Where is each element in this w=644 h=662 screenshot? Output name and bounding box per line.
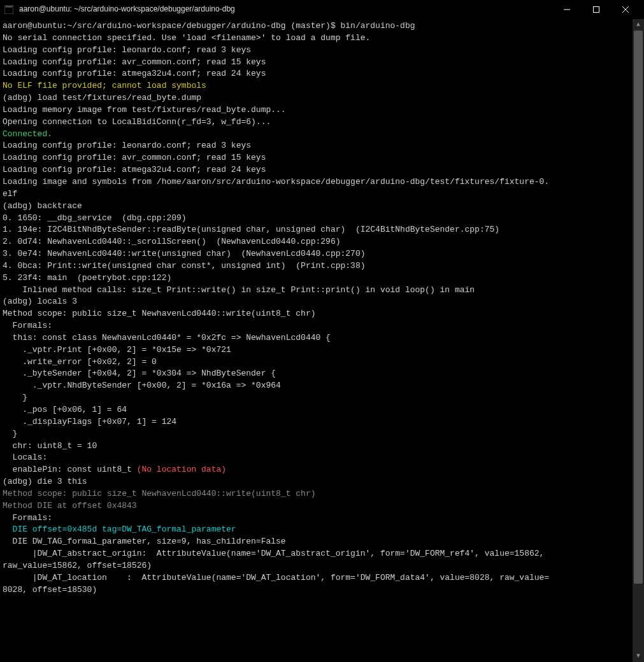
svg-rect-1: [6, 6, 13, 8]
terminal-line: ._vptr.NhdByteSender [+0x00, 2] = *0x16a…: [3, 380, 630, 392]
terminal-line: Opening connection to LocalBidiConn(r_fd…: [3, 116, 630, 129]
terminal-line: 0. 1650: __dbg_service (dbg.cpp:209): [3, 213, 630, 225]
terminal-line: aaron@ubuntu:~/src/arduino-workspace/deb…: [3, 20, 630, 32]
terminal-line: Loading config profile: atmega32u4.conf;…: [3, 164, 630, 176]
terminal-line: Loading config profile: avr_common.conf;…: [3, 57, 630, 69]
terminal-line: DIE DW_TAG_formal_parameter, size=9, has…: [3, 536, 630, 548]
window-controls: [552, 0, 640, 19]
terminal-line: Method scope: public size_t NewhavenLcd0…: [3, 488, 630, 500]
terminal-line: DIE offset=0x485d tag=DW_TAG_formal_para…: [3, 524, 630, 536]
terminal-line: chr: uint8_t = 10: [3, 440, 630, 453]
terminal-line: 5. 23f4: main (poetrybot.cpp:122): [3, 272, 630, 285]
terminal-line: ._byteSender [+0x04, 2] = *0x304 => NhdB…: [3, 368, 630, 380]
terminal-content[interactable]: aaron@ubuntu:~/src/arduino-workspace/deb…: [0, 19, 633, 662]
terminal-line: 3. 0e74: NewhavenLcd0440::write(unsigned…: [3, 248, 630, 260]
terminal-line: ._vptr.Print [+0x00, 2] = *0x15e => *0x7…: [3, 344, 630, 356]
scrollbar[interactable]: ▲ ▼: [633, 19, 644, 662]
scrollbar-thumb[interactable]: [634, 31, 643, 584]
terminal-line: Loading config profile: atmega32u4.conf;…: [3, 68, 630, 80]
terminal-line: 1. 194e: I2C4BitNhdByteSender::readByte(…: [3, 224, 630, 236]
terminal-line: raw_value=15862, offset=18526): [3, 560, 630, 572]
terminal-line: Inlined method calls: size_t Print::writ…: [3, 285, 630, 297]
terminal-line: Method DIE at offset 0x4843: [3, 500, 630, 512]
terminal-line: (adbg) locals 3: [3, 296, 630, 308]
terminal-line: .write_error [+0x02, 2] = 0: [3, 356, 630, 369]
terminal-line: enablePin: const uint8_t (No location da…: [3, 464, 630, 476]
terminal-line: No serial connection specified. Use 'loa…: [3, 32, 630, 45]
terminal-line: Loading config profile: avr_common.conf;…: [3, 152, 630, 164]
terminal-icon: [4, 4, 14, 15]
terminal-line: Loading memory image from test/fixtures/…: [3, 104, 630, 116]
terminal-line: |DW_AT_abstract_origin: AttributeValue(n…: [3, 548, 630, 560]
scroll-up-icon[interactable]: ▲: [633, 19, 644, 31]
terminal-line: Formals:: [3, 320, 630, 332]
terminal-line: ._displayFlags [+0x07, 1] = 124: [3, 416, 630, 428]
terminal-line: elf: [3, 188, 630, 201]
close-button[interactable]: [611, 0, 640, 19]
terminal-line: No ELF file provided; cannot load symbol…: [3, 80, 630, 92]
terminal-line: this: const class NewhavenLcd0440* = *0x…: [3, 332, 630, 344]
terminal-line: Formals:: [3, 512, 630, 525]
terminal-line: Locals:: [3, 452, 630, 464]
terminal-line: 2. 0d74: NewhavenLcd0440::_scrollScreen(…: [3, 236, 630, 248]
minimize-button[interactable]: [552, 0, 582, 19]
terminal-line: |DW_AT_location : AttributeValue(name='D…: [3, 572, 630, 584]
terminal-line: 4. 0bca: Print::write(unsigned char cons…: [3, 260, 630, 272]
svg-rect-3: [594, 7, 599, 13]
terminal-line: (adbg) backtrace: [3, 201, 630, 213]
terminal-line: }: [3, 428, 630, 440]
terminal-line: 8028, offset=18530): [3, 584, 630, 596]
terminal: aaron@ubuntu:~/src/arduino-workspace/deb…: [0, 19, 644, 662]
terminal-line: Loading config profile: leonardo.conf; r…: [3, 140, 630, 152]
scroll-down-icon[interactable]: ▼: [633, 651, 644, 662]
terminal-line: (adbg) die 3 this: [3, 476, 630, 488]
terminal-line: Loading image and symbols from /home/aar…: [3, 176, 630, 188]
terminal-line: Method scope: public size_t NewhavenLcd0…: [3, 308, 630, 320]
terminal-line: Connected.: [3, 129, 630, 141]
terminal-line: Loading config profile: leonardo.conf; r…: [3, 45, 630, 57]
terminal-line: ._pos [+0x06, 1] = 64: [3, 404, 630, 416]
terminal-line: }: [3, 392, 630, 404]
maximize-button[interactable]: [582, 0, 611, 19]
titlebar: aaron@ubuntu: ~/src/arduino-workspace/de…: [0, 0, 644, 19]
window-title: aaron@ubuntu: ~/src/arduino-workspace/de…: [19, 4, 552, 15]
terminal-line: (adbg) load test/fixtures/read_byte.dump: [3, 92, 630, 104]
